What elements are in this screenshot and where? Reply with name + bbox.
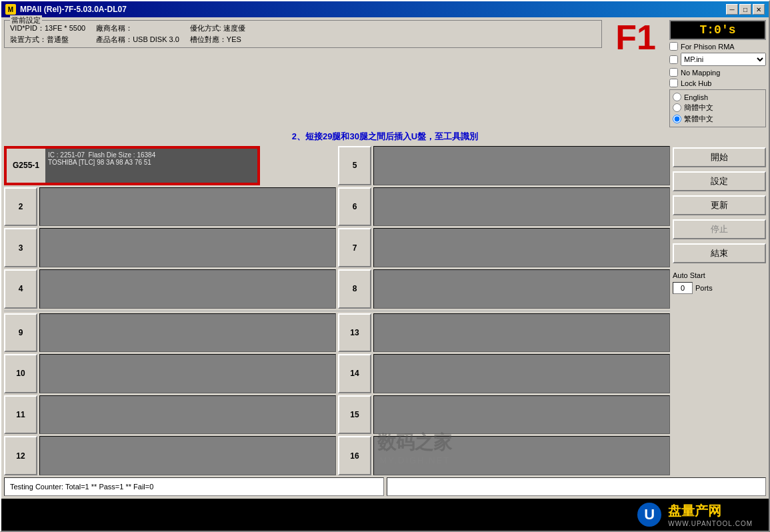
stop-button[interactable]: 停止 (673, 219, 766, 239)
slot-12-number[interactable]: 12 (4, 436, 37, 475)
slot-row-12: 12 (4, 436, 336, 475)
slot-row-2: 2 (4, 187, 336, 227)
english-radio[interactable] (673, 93, 681, 101)
simplified-chinese-label: 簡體中文 (684, 103, 713, 113)
traditional-chinese-radio-row: 繁體中文 (673, 114, 763, 124)
no-mapping-label: No Mapping (681, 69, 720, 77)
slot-row-3: 3 (4, 228, 336, 267)
mp-ini-checkbox[interactable] (669, 55, 678, 64)
slot-row-6: 6 (338, 187, 670, 227)
slot-6-number[interactable]: 6 (338, 187, 371, 227)
slot-14-content (373, 354, 670, 393)
slot-13-content (373, 313, 670, 353)
language-group: English 簡體中文 繁體中文 (669, 89, 766, 127)
slot-3-number[interactable]: 3 (4, 228, 37, 267)
slot-16-number[interactable]: 16 (338, 436, 371, 475)
slot-9-number[interactable]: 9 (4, 313, 37, 353)
slot-11-number[interactable]: 11 (4, 395, 37, 435)
auto-start-group: Auto Start Ports (673, 271, 766, 294)
settings-button[interactable]: 設定 (673, 171, 766, 191)
minimize-button[interactable]: ─ (726, 4, 738, 15)
lock-hub-row: Lock Hub (669, 79, 766, 87)
instruction-text: 2、短接29腿和30腿之間后插入U盤，至工具識別 (4, 129, 766, 144)
logo-text-group: 盘量产网 WWW.UPANTOOL.COM (668, 502, 753, 527)
slot-3-content (39, 228, 336, 267)
slot-5-content (373, 146, 670, 185)
slot-15-number[interactable]: 15 (338, 395, 371, 435)
slot-row-4: 4 (4, 269, 336, 309)
slot-2-number[interactable]: 2 (4, 187, 37, 227)
slot-7-content (373, 228, 670, 267)
device-mode: 裝置方式：普通盤 (10, 35, 85, 45)
slot-4-number[interactable]: 4 (4, 269, 37, 309)
start-button[interactable]: 開始 (673, 147, 766, 167)
settings-label: 當前設定 (10, 15, 42, 25)
slot-row-5: 5 (338, 146, 670, 185)
auto-start-label: Auto Start (673, 271, 766, 279)
traditional-chinese-radio[interactable] (673, 115, 681, 123)
ports-input[interactable] (673, 282, 693, 294)
titlebar-controls: ─ □ ✕ (726, 4, 765, 15)
app-icon: M (5, 4, 16, 15)
ports-label: Ports (695, 284, 713, 292)
close-button[interactable]: ✕ (753, 4, 765, 15)
logo-main: 盘量产网 (668, 502, 753, 520)
f1-badge: F1 (615, 20, 656, 55)
slot-14-number[interactable]: 14 (338, 354, 371, 393)
slot-mapping: 槽位對應：YES (190, 35, 245, 45)
slot-1-number[interactable]: G255-1 (5, 147, 45, 184)
english-radio-row: English (673, 93, 763, 101)
for-phison-rma-checkbox[interactable] (669, 42, 678, 51)
vendor-name: 廠商名稱： (96, 23, 179, 33)
slot-row-13: 13 (338, 313, 670, 353)
slot-8-number[interactable]: 8 (338, 269, 371, 309)
update-button[interactable]: 更新 (673, 195, 766, 215)
ports-row: Ports (673, 282, 766, 294)
logo-bar: U 盘量产网 WWW.UPANTOOL.COM (1, 499, 769, 531)
timer-display: T:0's (669, 20, 766, 40)
slot-row-15: 15 (338, 395, 670, 435)
titlebar-title-group: M MPAll (Rel)-7F-5.03.0A-DL07 (5, 4, 127, 15)
english-label: English (684, 93, 708, 101)
status-bar: Testing Counter: Total=1 ** Pass=1 ** Fa… (4, 477, 766, 496)
slot-5-number[interactable]: 5 (338, 146, 371, 185)
simplified-chinese-radio[interactable] (673, 103, 681, 112)
slot-7-number[interactable]: 7 (338, 228, 371, 267)
for-phison-rma-label: For Phison RMA (681, 43, 735, 51)
slot-15-content (373, 395, 670, 435)
exit-button[interactable]: 結束 (673, 243, 766, 263)
logo-sub: WWW.UPANTOOL.COM (668, 520, 753, 527)
slot-1-content: IC : 2251-07 Flash Die Size : 16384 TOSH… (45, 147, 259, 184)
status-right (387, 477, 767, 496)
slot-10-content (39, 354, 336, 393)
slot-11-content (39, 395, 336, 435)
slot-2-content (39, 187, 336, 227)
slot-9-content (39, 313, 336, 353)
maximize-button[interactable]: □ (739, 4, 751, 15)
lock-hub-checkbox[interactable] (669, 79, 678, 87)
mp-ini-select[interactable]: MP.ini (681, 53, 766, 66)
slot-16-content (373, 436, 670, 475)
main-window: M MPAll (Rel)-7F-5.03.0A-DL07 ─ □ ✕ 當前設定… (0, 0, 770, 532)
slot-row-7: 7 (338, 228, 670, 267)
slot-row-1: G255-1 IC : 2251-07 Flash Die Size : 163… (4, 146, 336, 185)
slot-12-content (39, 436, 336, 475)
slot-4-content (39, 269, 336, 309)
slot-row-8: 8 (338, 269, 670, 309)
mp-ini-row: MP.ini (669, 53, 766, 66)
lock-hub-label: Lock Hub (681, 79, 711, 87)
slot-8-content (373, 269, 670, 309)
slot-row-10: 10 (4, 354, 336, 393)
for-phison-rma-row: For Phison RMA (669, 42, 766, 51)
slot-row-11: 11 (4, 395, 336, 435)
titlebar: M MPAll (Rel)-7F-5.03.0A-DL07 ─ □ ✕ (1, 1, 769, 17)
product-name: 產品名稱：USB DISK 3.0 (96, 35, 179, 45)
slot-row-9: 9 (4, 313, 336, 353)
optimization: 優化方式: 速度優 (190, 23, 245, 33)
window-title: MPAll (Rel)-7F-5.03.0A-DL07 (20, 5, 127, 14)
slot-13-number[interactable]: 13 (338, 313, 371, 353)
no-mapping-row: No Mapping (669, 68, 766, 77)
slot-1-wrapper: G255-1 IC : 2251-07 Flash Die Size : 163… (4, 146, 260, 185)
no-mapping-checkbox[interactable] (669, 68, 678, 77)
slot-10-number[interactable]: 10 (4, 354, 37, 393)
